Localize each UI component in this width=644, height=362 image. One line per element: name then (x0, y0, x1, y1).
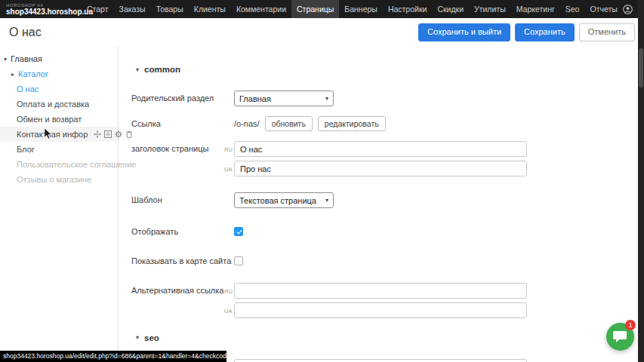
lang-ru-tag: RU (224, 288, 233, 295)
template-select[interactable]: Текстовая страница ▾ (234, 192, 334, 208)
sidebar-item-label: Блог (17, 145, 35, 154)
form-row-page-title: заголовок страницы RU UA (131, 141, 638, 176)
menu-item-marketing[interactable]: Маркетинг (511, 0, 560, 18)
menu-item-banners[interactable]: Баннеры (339, 0, 383, 18)
sidebar-item-user-agreement[interactable]: Пользовательское соглашение (0, 157, 118, 172)
sidebar-item-blog[interactable]: Блог (0, 142, 118, 157)
display-checkbox[interactable] (234, 227, 243, 236)
save-button[interactable]: Сохранить (515, 23, 575, 41)
menu-item-reports[interactable]: Отчеты (584, 0, 622, 18)
field-label: Альтернативная ссылка (131, 283, 234, 318)
page-title: О нас (9, 26, 42, 39)
content: ▾ Главная ▸ Каталог О нас Оплата и доста… (0, 47, 638, 362)
menu-item-utilities[interactable]: Утилиты (469, 0, 511, 18)
sidebar-item-label: Оплата и доставка (17, 100, 89, 109)
add-page-icon[interactable] (104, 130, 112, 138)
sidebar-item-home[interactable]: ▾ Главная (0, 51, 118, 66)
form-row-display: Отображать (131, 224, 638, 238)
menu-item-orders[interactable]: Заказы (114, 0, 151, 18)
sidebar-item-catalog[interactable]: ▸ Каталог (0, 66, 118, 81)
lang-ru-tag: RU (224, 146, 233, 153)
menu-item-seo[interactable]: Seo (560, 0, 585, 18)
status-url: shop34423.horoshop.ua/edit/edit.php?id=6… (0, 351, 226, 362)
brand-domain: shop34423.horoshop.ua (6, 8, 74, 16)
gear-icon[interactable] (115, 130, 122, 138)
section-title: common (144, 65, 180, 74)
menu-item-comments[interactable]: Комментарии (231, 0, 291, 18)
section-common[interactable]: ▾ common (136, 65, 638, 74)
scrollbar-thumb[interactable] (639, 48, 643, 87)
tree-item-actions (94, 130, 133, 138)
move-icon[interactable] (94, 130, 101, 138)
topbar: HOROSHOP V4 shop34423.horoshop.ua Старт … (0, 0, 644, 18)
sidebar-item-label: О нас (17, 84, 39, 94)
field-label: Отображать (131, 224, 234, 238)
form-row-link: Ссылка /o-nas/ обновить редактировать (131, 116, 638, 131)
pages-tree-sidebar: ▾ Главная ▸ Каталог О нас Оплата и доста… (0, 47, 119, 362)
field-label: Шаблон (131, 192, 234, 208)
selected-value: Главная (239, 94, 271, 103)
field-label: Показывать в карте сайта (131, 253, 234, 267)
parent-section-select[interactable]: Главная ▾ (234, 90, 334, 106)
menu-item-discounts[interactable]: Скидки (432, 0, 469, 18)
sidebar-item-label: Контактная инфор (17, 130, 88, 139)
alt-link-ua-input[interactable] (234, 302, 527, 318)
page-edit-form: ▾ common Родительский раздел Главная ▾ С… (119, 47, 638, 362)
sidebar-item-label: Отзывы о магазине (17, 175, 91, 184)
chat-bubble-icon (613, 330, 627, 344)
alt-link-ru-input[interactable] (234, 283, 527, 299)
chevron-down-icon: ▾ (325, 197, 328, 204)
collapse-arrow-icon: ▾ (136, 66, 139, 73)
account-icon[interactable] (623, 5, 633, 14)
brand[interactable]: HOROSHOP V4 shop34423.horoshop.ua (0, 0, 82, 18)
save-and-exit-button[interactable]: Сохранить и выйти (418, 23, 510, 41)
edit-link-button[interactable]: редактировать (318, 116, 386, 131)
lang-ua-tag: UA (224, 166, 232, 173)
delete-icon[interactable] (125, 130, 133, 138)
expand-arrow-icon[interactable]: ▸ (11, 71, 18, 78)
collapse-arrow-icon: ▾ (136, 334, 139, 341)
field-label: Ссылка (131, 116, 234, 131)
sidebar-item-label: Главная (11, 54, 42, 63)
page-url-value: /o-nas/ (234, 119, 260, 128)
menu-item-start[interactable]: Старт (82, 0, 114, 18)
menu-item-settings[interactable]: Настройки (383, 0, 433, 18)
link-group: /o-nas/ обновить редактировать (234, 116, 386, 131)
sidebar-item-label: Каталог (18, 69, 48, 78)
menu-item-clients[interactable]: Клиенты (189, 0, 231, 18)
field-label: Родительский раздел (131, 90, 234, 106)
sidebar-item-about[interactable]: О нас (0, 81, 118, 97)
sidebar-item-payment-delivery[interactable]: Оплата и доставка (0, 97, 118, 112)
page-title-ru-input[interactable] (234, 141, 527, 157)
form-row-template: Шаблон Текстовая страница ▾ (131, 192, 638, 208)
collapse-arrow-icon[interactable]: ▾ (4, 56, 11, 63)
chat-badge: 1 (625, 320, 636, 330)
section-title: seo (144, 333, 159, 342)
chevron-down-icon: ▾ (325, 95, 328, 102)
section-seo[interactable]: ▾ seo (136, 333, 638, 342)
menu-item-products[interactable]: Товары (151, 0, 189, 18)
menu-item-pages[interactable]: Страницы (291, 0, 339, 18)
form-row-sitemap: Показывать в карте сайта (131, 253, 638, 267)
form-row-alt-link: Альтернативная ссылка RU UA (131, 283, 638, 318)
sidebar-item-contact-info[interactable]: Контактная инфор (0, 127, 118, 142)
chat-widget-button[interactable]: 1 (606, 323, 634, 351)
sitemap-checkbox[interactable] (234, 256, 243, 265)
sidebar-item-store-reviews[interactable]: Отзывы о магазине (0, 172, 118, 187)
sidebar-item-label: Обмен и возврат (17, 115, 82, 124)
field-label: заголовок страницы (131, 141, 234, 176)
vertical-scrollbar[interactable] (638, 0, 644, 362)
refresh-link-button[interactable]: обновить (265, 116, 313, 131)
main-menu: Старт Заказы Товары Клиенты Комментарии … (82, 0, 623, 18)
selected-value: Текстовая страница (239, 196, 316, 205)
cancel-button[interactable]: Отменить (579, 23, 635, 41)
page-title-ua-input[interactable] (234, 161, 527, 176)
lang-ua-tag: UA (224, 308, 232, 314)
html-title-ru-input[interactable] (234, 359, 527, 362)
header-actions: Сохранить и выйти Сохранить Отменить (418, 23, 635, 41)
form-row-parent-section: Родительский раздел Главная ▾ (131, 90, 638, 106)
sidebar-item-exchange-return[interactable]: Обмен и возврат (0, 112, 118, 127)
page-header: О нас Сохранить и выйти Сохранить Отмени… (0, 18, 644, 47)
